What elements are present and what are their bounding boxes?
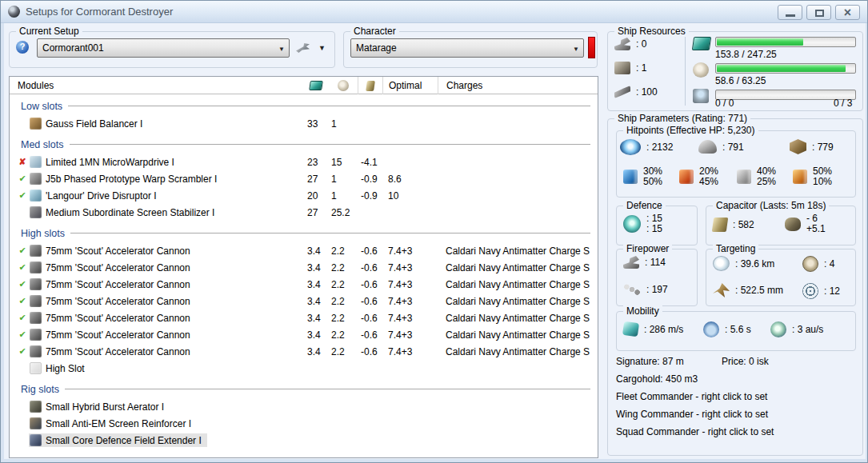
slot-section-label: Low slots — [21, 101, 62, 112]
cpu-icon — [692, 37, 711, 50]
module-row[interactable]: Small Hybrid Burst Aerator I — [10, 398, 598, 415]
help-icon[interactable] — [16, 41, 29, 54]
structure-hp-icon — [790, 139, 806, 154]
module-name: Small Core Defence Field Extender I — [46, 435, 202, 446]
optimal-range: 7.4+3 — [382, 329, 438, 341]
modules-table-body: Low slots Gauss Field Balancer I 33 1 Me… — [10, 94, 598, 449]
squad-commander-text[interactable]: Squad Commander - right click to set — [616, 426, 774, 437]
module-row[interactable]: 'Langour' Drive Disruptor I 20 1 -0.9 10 — [10, 187, 598, 204]
module-row[interactable]: 75mm 'Scout' Accelerator Cannon 3.4 2.2 … — [10, 326, 598, 343]
empty-high-slot-icon — [30, 362, 42, 374]
module-name: 75mm 'Scout' Accelerator Cannon — [46, 279, 190, 290]
status-icon — [16, 278, 29, 290]
close-button[interactable] — [835, 5, 860, 20]
cpu-usage: 20 — [304, 190, 328, 202]
cpu-usage: 3.4 — [304, 346, 328, 357]
capacitor-icon — [712, 218, 729, 232]
cap-usage: -0.6 — [358, 346, 382, 357]
hybrid-turret-icon — [30, 245, 42, 257]
powergrid-usage: 2.2 — [328, 329, 358, 341]
powergrid-usage: 1 — [328, 190, 358, 202]
wing-commander-text[interactable]: Wing Commander - right click to set — [616, 409, 768, 420]
module-row[interactable]: Small Anti-EM Screen Reinforcer I — [10, 415, 598, 432]
slot-section-header: Low slots — [10, 97, 598, 115]
cpu-usage: 3.4 — [304, 296, 328, 307]
optimal-range: 10 — [382, 190, 438, 202]
powergrid-usage: 25.2 — [328, 207, 358, 218]
powergrid-usage: 15 — [328, 157, 358, 168]
current-setup-value: Cormorant001 — [38, 42, 274, 54]
kinetic-armor-resist: 25% — [757, 177, 776, 187]
kinetic-resistance-icon — [737, 170, 751, 184]
current-setup-select[interactable]: Cormorant001 — [37, 38, 290, 58]
cap-usage: -4.1 — [358, 157, 382, 168]
minimize-button[interactable] — [778, 5, 802, 20]
module-row[interactable]: 75mm 'Scout' Accelerator Cannon 3.4 2.2 … — [10, 242, 598, 259]
module-row[interactable]: 75mm 'Scout' Accelerator Cannon 3.4 2.2 … — [10, 276, 598, 293]
align-time-icon — [703, 321, 719, 337]
module-row[interactable]: J5b Phased Prototype Warp Scrambler I 27… — [10, 170, 598, 187]
character-value: Matarage — [351, 42, 569, 54]
title-bar[interactable]: Setups for Cormorant Destroyer — [1, 1, 867, 23]
setup-menu-button[interactable] — [315, 41, 330, 55]
capacitor-amount: : 582 — [733, 219, 754, 230]
window-title: Setups for Cormorant Destroyer — [26, 1, 173, 23]
volley-value: : 114 — [645, 257, 666, 268]
maximize-button[interactable] — [806, 5, 831, 20]
setup-tools-button[interactable] — [294, 41, 312, 55]
module-row[interactable]: 75mm 'Scout' Accelerator Cannon 3.4 2.2 … — [10, 293, 598, 309]
hybrid-turret-icon — [30, 345, 42, 357]
module-row[interactable]: 75mm 'Scout' Accelerator Cannon 3.4 2.2 … — [10, 343, 598, 360]
targeting-range-icon — [713, 256, 730, 271]
targeting-group: Targeting : 39.6 km : 4 : 522.5 mm : 12 — [706, 249, 856, 306]
slot-section-header: Med slots — [10, 135, 598, 154]
signature-text: Signature: 87 m — [616, 356, 684, 367]
character-select[interactable]: Matarage — [350, 38, 584, 58]
cap-usage: -0.9 — [358, 190, 382, 202]
module-row[interactable]: 75mm 'Scout' Accelerator Cannon 3.4 2.2 … — [10, 259, 598, 276]
powergrid-bar — [715, 63, 856, 74]
cpu-usage: 33 — [304, 118, 328, 130]
charge-name: Caldari Navy Antimatter Charge S — [438, 262, 598, 273]
optimal-range: 7.4+3 — [382, 296, 438, 307]
warp-speed-icon — [770, 321, 786, 337]
module-name: Gauss Field Balancer I — [46, 118, 142, 130]
module-row[interactable]: Gauss Field Balancer I 33 1 — [10, 115, 598, 132]
firepower-label: Firepower — [623, 243, 672, 254]
module-row[interactable]: 75mm 'Scout' Accelerator Cannon 3.4 2.2 … — [10, 309, 598, 326]
status-icon — [16, 345, 29, 357]
module-row[interactable]: Small Core Defence Field Extender I — [10, 432, 598, 449]
optimal-range: 8.6 — [382, 174, 438, 185]
charge-name: Caldari Navy Antimatter Charge S — [438, 279, 598, 290]
optimal-range: 7.4+3 — [382, 346, 438, 357]
module-row[interactable]: Limited 1MN MicroWarpdrive I 23 15 -4.1 — [10, 154, 598, 170]
cpu-usage: 3.4 — [304, 245, 328, 257]
explosive-resistance-icon — [793, 170, 807, 184]
core-defence-field-extender-icon — [30, 434, 42, 446]
ship-resources-group: Ship Resources : 0 : 1 : 100 153.8 / 247… — [607, 31, 863, 111]
shield-hp-value: : 2132 — [646, 142, 673, 153]
module-row[interactable]: Medium Subordinate Screen Stabilizer I 2… — [10, 204, 598, 221]
hybrid-turret-icon — [30, 312, 42, 324]
hybrid-turret-icon — [30, 295, 42, 307]
fleet-commander-text[interactable]: Fleet Commander - right click to set — [616, 391, 767, 402]
optimal-range: 7.4+3 — [382, 313, 438, 324]
targeting-range-value: : 39.6 km — [735, 258, 774, 269]
module-row[interactable]: High Slot — [10, 360, 598, 377]
charge-name: Caldari Navy Antimatter Charge S — [438, 313, 598, 324]
thermal-armor-resist: 45% — [699, 177, 718, 187]
charge-name: Caldari Navy Antimatter Charge S — [438, 329, 598, 341]
column-charges: Charges — [438, 77, 598, 94]
cap-usage: -0.6 — [358, 262, 382, 273]
drive-disruptor-icon — [30, 190, 42, 202]
cpu-usage: 3.4 — [304, 279, 328, 290]
mobility-label: Mobility — [623, 305, 662, 317]
hybrid-burst-aerator-icon — [30, 401, 42, 413]
shield-hp-icon — [620, 139, 641, 155]
status-icon — [16, 173, 29, 185]
minimize-icon — [786, 14, 795, 17]
charge-name: Caldari Navy Antimatter Charge S — [438, 296, 598, 307]
turret-hardpoints-value: : 0 — [636, 38, 646, 50]
module-name: 75mm 'Scout' Accelerator Cannon — [46, 346, 190, 357]
chevron-down-icon — [569, 42, 583, 54]
